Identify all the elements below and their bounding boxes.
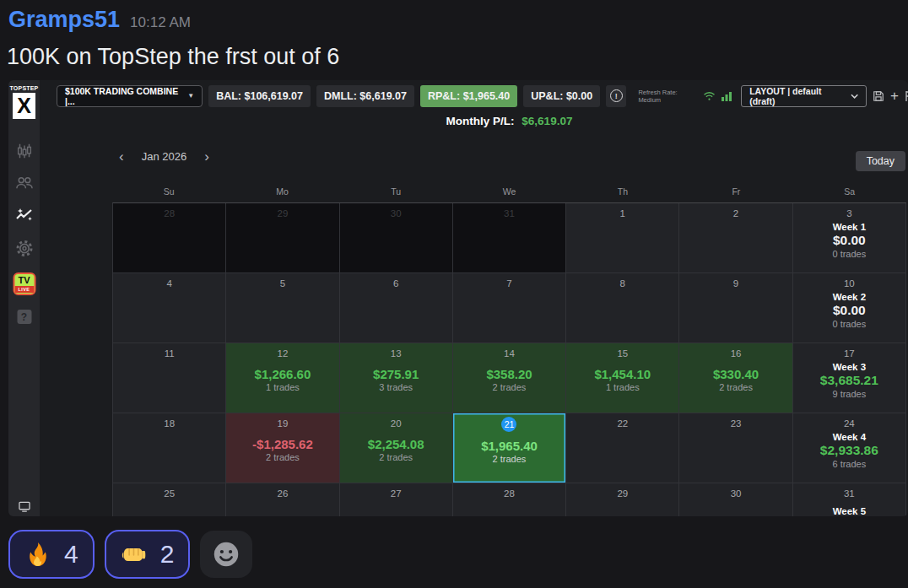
next-month-button[interactable]: ›: [204, 149, 209, 164]
week-label: Week 5: [793, 506, 905, 516]
calendar-cell-jan-5[interactable]: 5: [226, 273, 339, 343]
day-number: 27: [340, 488, 452, 499]
settings-gear-icon[interactable]: [14, 239, 34, 262]
day-number: 10: [793, 278, 905, 289]
prev-month-button[interactable]: ‹: [119, 149, 124, 164]
calendar-cell-jan-27[interactable]: 27: [340, 483, 453, 516]
calendar-cell-dec-30[interactable]: 30: [340, 203, 453, 273]
calendar-cell-jan-6[interactable]: 6: [340, 273, 453, 343]
trades-count: 2 trades: [453, 454, 565, 464]
calendar-cell-jan-11[interactable]: 11: [113, 343, 226, 413]
trades-count: 0 trades: [793, 319, 905, 329]
pl-calendar: ‹ Jan 2026 › Today SuMoTuWeThFrSa 282930…: [112, 80, 906, 516]
pnl-value: $358.20: [453, 367, 565, 381]
calendar-cell-jan-23[interactable]: 23: [679, 413, 792, 483]
calendar-cell-jan-29[interactable]: 29: [566, 483, 679, 516]
calendar-cell-dec-31[interactable]: 31: [453, 203, 566, 273]
calendar-cell-jan-30[interactable]: 30: [679, 483, 792, 516]
calendar-cell-jan-1[interactable]: 1: [566, 203, 679, 273]
day-number: 7: [453, 278, 565, 289]
embedded-screenshot[interactable]: TOPSTEP X: [8, 80, 908, 516]
tv-live-tv-label: TV: [14, 274, 34, 286]
calendar-cell-jan-26[interactable]: 26: [226, 483, 339, 516]
pnl-value: -$1,285.62: [226, 437, 338, 451]
pnl-value: $0.00: [793, 233, 905, 248]
calendar-cell-jan-21[interactable]: 21$1,965.402 trades: [453, 413, 566, 483]
day-number: 24: [793, 418, 905, 429]
calendar-cell-jan-31[interactable]: 31Week 5: [793, 483, 906, 516]
day-number: 5: [226, 278, 338, 289]
add-reaction-button[interactable]: [200, 531, 252, 578]
tv-live-icon[interactable]: TV LIVE: [13, 272, 35, 295]
day-number: 30: [679, 488, 792, 499]
calendar-cell-jan-28[interactable]: 28: [453, 483, 566, 516]
trades-count: 1 trades: [226, 382, 338, 392]
calendar-cell-jan-18[interactable]: 18: [113, 413, 226, 483]
weekday-label: Su: [112, 186, 225, 197]
calendar-cell-dec-29[interactable]: 29: [226, 203, 339, 273]
calendar-cell-jan-2[interactable]: 2: [679, 203, 792, 273]
day-number: 18: [113, 418, 225, 429]
calendar-cell-jan-9[interactable]: 9: [679, 273, 792, 343]
calendar-cell-jan-19[interactable]: 19-$1,285.622 trades: [226, 413, 339, 483]
day-number: 3: [793, 208, 905, 218]
pnl-value: $2,254.08: [340, 437, 452, 451]
reaction-fist[interactable]: 2: [105, 530, 191, 579]
monitor-icon[interactable]: [18, 500, 30, 515]
help-icon[interactable]: ?: [17, 310, 31, 324]
calendar-cell-jan-3[interactable]: 3Week 1$0.000 trades: [793, 203, 906, 273]
calendar-cell-jan-16[interactable]: 16$330.402 trades: [679, 343, 792, 413]
tv-live-live-label: LIVE: [14, 286, 34, 293]
pnl-value: $275.91: [340, 367, 452, 381]
calendar-cell-jan-15[interactable]: 15$1,454.101 trades: [566, 343, 679, 413]
weekday-label: Mo: [225, 186, 338, 197]
pnl-value: $330.40: [679, 367, 792, 381]
calendar-cell-jan-20[interactable]: 20$2,254.082 trades: [340, 413, 453, 483]
reaction-fire[interactable]: 4: [8, 530, 95, 579]
month-label: Jan 2026: [142, 150, 187, 163]
calendar-cell-jan-12[interactable]: 12$1,266.601 trades: [226, 343, 339, 413]
pnl-value: $1,965.40: [453, 439, 565, 453]
day-number: 6: [340, 278, 452, 289]
calendar-cell-jan-24[interactable]: 24Week 4$2,933.866 trades: [793, 413, 906, 483]
day-number: 14: [453, 348, 565, 359]
calendar-cell-jan-10[interactable]: 10Week 2$0.000 trades: [793, 273, 906, 343]
calendar-cell-jan-13[interactable]: 13$275.913 trades: [340, 343, 453, 413]
week-label: Week 3: [793, 362, 905, 372]
day-number: 21: [501, 417, 516, 432]
calendar-cell-jan-4[interactable]: 4: [113, 273, 226, 343]
calendar-cell-jan-14[interactable]: 14$358.202 trades: [453, 343, 566, 413]
trades-count: 0 trades: [793, 249, 905, 259]
calendar-cell-jan-25[interactable]: 25: [113, 483, 226, 516]
day-number: 20: [340, 418, 452, 429]
weekday-label: Th: [566, 186, 679, 197]
topstep-x-logo[interactable]: X: [13, 93, 35, 119]
fire-emoji-icon: [24, 541, 51, 568]
day-number: 31: [453, 208, 565, 218]
calendar-cell-jan-7[interactable]: 7: [453, 273, 566, 343]
week-label: Week 2: [793, 292, 905, 302]
reaction-count: 4: [64, 540, 78, 569]
message-author[interactable]: Gramps51: [8, 7, 120, 33]
day-number: 9: [679, 278, 792, 289]
trades-count: 2 trades: [340, 452, 452, 462]
smiley-icon: [211, 539, 241, 569]
topstep-logo-text: TOPSTEP: [8, 85, 40, 91]
performance-sparkle-icon[interactable]: [14, 205, 35, 229]
day-number: 23: [679, 418, 792, 429]
calendar-cell-dec-28[interactable]: 28: [113, 203, 226, 273]
day-number: 13: [340, 348, 452, 359]
traders-group-icon[interactable]: [14, 173, 34, 196]
day-number: 16: [679, 348, 792, 359]
message-text: 100K on TopStep the frst out of 6: [7, 44, 339, 70]
weekday-label: Sa: [793, 186, 906, 197]
candlestick-chart-icon[interactable]: [15, 142, 34, 164]
calendar-cell-jan-22[interactable]: 22: [566, 413, 679, 483]
calendar-cell-jan-17[interactable]: 17Week 3$3,685.219 trades: [793, 343, 906, 413]
day-number: 19: [226, 418, 338, 429]
pnl-value: $1,454.10: [566, 367, 678, 381]
today-button[interactable]: Today: [856, 151, 905, 171]
pnl-value: $2,933.86: [793, 443, 905, 458]
week-label: Week 1: [793, 222, 905, 232]
calendar-cell-jan-8[interactable]: 8: [566, 273, 679, 343]
